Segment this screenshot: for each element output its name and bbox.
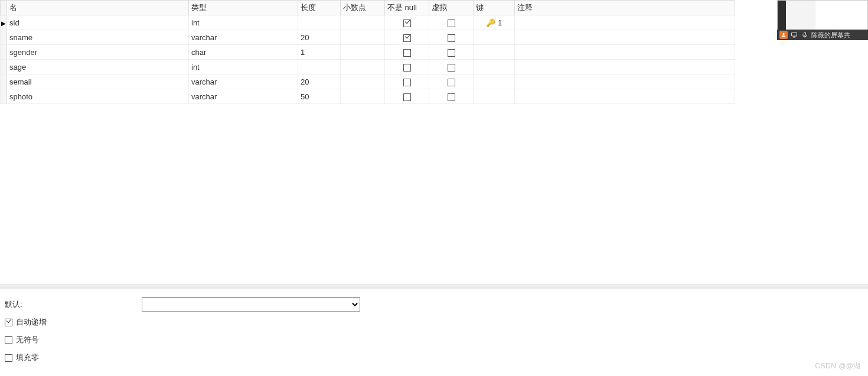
- cell-decimals[interactable]: [341, 30, 385, 45]
- cell-comment[interactable]: [515, 89, 735, 104]
- svg-rect-2: [804, 33, 806, 36]
- share-user-name: 陈薇的屏幕共: [811, 31, 850, 40]
- cell-notnull-checkbox[interactable]: [403, 93, 411, 101]
- cell-key[interactable]: [474, 45, 515, 60]
- header-name[interactable]: 名: [7, 1, 189, 15]
- table-row[interactable]: sageint: [1, 60, 735, 74]
- cell-decimals[interactable]: [341, 45, 385, 60]
- cell-decimals[interactable]: [341, 89, 385, 104]
- table-row[interactable]: semailvarchar20: [1, 74, 735, 89]
- row-marker[interactable]: [1, 45, 7, 60]
- cell-notnull[interactable]: [385, 60, 429, 74]
- cell-virtual-checkbox[interactable]: [448, 49, 455, 57]
- cell-decimals[interactable]: [341, 15, 385, 30]
- cell-virtual-checkbox[interactable]: [448, 79, 455, 86]
- row-marker[interactable]: ▶: [1, 15, 7, 30]
- cell-length[interactable]: 1: [298, 45, 341, 60]
- cell-length[interactable]: [298, 15, 341, 30]
- table-row[interactable]: snamevarchar20: [1, 30, 735, 45]
- cell-virtual-checkbox[interactable]: [448, 20, 455, 27]
- cell-type[interactable]: int: [189, 60, 298, 74]
- cell-length[interactable]: [298, 60, 341, 74]
- cell-length[interactable]: 50: [298, 89, 341, 104]
- header-key[interactable]: 键: [474, 1, 515, 15]
- cell-notnull-checkbox[interactable]: [403, 34, 411, 42]
- table-row[interactable]: ▶sidint🔑1: [1, 15, 735, 30]
- screen-share-toolbar[interactable]: 陈薇的屏幕共: [777, 30, 868, 40]
- cell-notnull[interactable]: [385, 15, 429, 30]
- cell-notnull-checkbox[interactable]: [403, 49, 411, 57]
- unsigned-checkbox[interactable]: [5, 336, 12, 344]
- cell-notnull-checkbox[interactable]: [403, 64, 411, 72]
- cell-virtual[interactable]: [429, 45, 474, 60]
- cell-key[interactable]: [474, 89, 515, 104]
- panel-divider[interactable]: [0, 284, 868, 289]
- cell-name[interactable]: sage: [7, 60, 189, 74]
- table-row[interactable]: sphotovarchar50: [1, 89, 735, 104]
- columns-table: 名 类型 长度 小数点 不是 null 虚拟 键 注释 ▶sidint🔑1sna…: [0, 0, 735, 104]
- cell-virtual-checkbox[interactable]: [448, 64, 455, 72]
- header-length[interactable]: 长度: [298, 1, 341, 15]
- cell-notnull[interactable]: [385, 74, 429, 89]
- cell-type[interactable]: varchar: [189, 89, 298, 104]
- cell-comment[interactable]: [515, 45, 735, 60]
- cell-decimals[interactable]: [341, 74, 385, 89]
- zerofill-checkbox[interactable]: [5, 354, 12, 362]
- cell-key[interactable]: 🔑1: [474, 15, 515, 30]
- header-type[interactable]: 类型: [189, 1, 298, 15]
- field-properties-panel: 默认: 自动递增 无符号 填充零: [5, 296, 863, 367]
- cell-key[interactable]: [474, 74, 515, 89]
- cell-type[interactable]: varchar: [189, 74, 298, 89]
- cell-virtual[interactable]: [429, 89, 474, 104]
- header-virtual[interactable]: 虚拟: [429, 1, 474, 15]
- corner-cell: [1, 1, 7, 15]
- cell-virtual[interactable]: [429, 30, 474, 45]
- user-icon[interactable]: [779, 31, 788, 39]
- cell-key[interactable]: [474, 30, 515, 45]
- cell-name[interactable]: sname: [7, 30, 189, 45]
- mic-icon[interactable]: [801, 31, 809, 39]
- header-decimals[interactable]: 小数点: [341, 1, 385, 15]
- cell-notnull[interactable]: [385, 30, 429, 45]
- row-marker[interactable]: [1, 30, 7, 45]
- cell-notnull[interactable]: [385, 89, 429, 104]
- cell-virtual-checkbox[interactable]: [448, 93, 455, 101]
- cell-virtual[interactable]: [429, 74, 474, 89]
- cell-name[interactable]: semail: [7, 74, 189, 89]
- cell-name[interactable]: sid: [7, 15, 189, 30]
- auto-increment-checkbox[interactable]: [5, 319, 12, 326]
- cell-length[interactable]: 20: [298, 30, 341, 45]
- cell-length[interactable]: 20: [298, 74, 341, 89]
- row-marker[interactable]: [1, 74, 7, 89]
- cell-type[interactable]: int: [189, 15, 298, 30]
- zerofill-label: 填充零: [16, 352, 39, 363]
- cell-name[interactable]: sphoto: [7, 89, 189, 104]
- row-marker[interactable]: [1, 89, 7, 104]
- row-marker[interactable]: [1, 60, 7, 74]
- cell-key[interactable]: [474, 60, 515, 74]
- cell-comment[interactable]: [515, 30, 735, 45]
- cell-comment[interactable]: [515, 60, 735, 74]
- unsigned-label: 无符号: [16, 335, 39, 345]
- cell-decimals[interactable]: [341, 60, 385, 74]
- header-comment[interactable]: 注释: [515, 1, 735, 15]
- header-notnull[interactable]: 不是 null: [385, 1, 429, 15]
- cell-comment[interactable]: [515, 74, 735, 89]
- cell-notnull[interactable]: [385, 45, 429, 60]
- table-row[interactable]: sgenderchar1: [1, 45, 735, 60]
- table-header-row: 名 类型 长度 小数点 不是 null 虚拟 键 注释: [1, 1, 735, 15]
- cell-comment[interactable]: [515, 15, 735, 30]
- cell-notnull-checkbox[interactable]: [403, 20, 411, 27]
- key-number: 1: [498, 18, 502, 27]
- cell-name[interactable]: sgender: [7, 45, 189, 60]
- cell-virtual-checkbox[interactable]: [448, 34, 455, 42]
- cell-virtual[interactable]: [429, 60, 474, 74]
- default-label: 默认:: [5, 299, 142, 310]
- cell-type[interactable]: varchar: [189, 30, 298, 45]
- cell-virtual[interactable]: [429, 15, 474, 30]
- svg-point-0: [782, 33, 784, 35]
- default-select[interactable]: [142, 297, 360, 312]
- cell-type[interactable]: char: [189, 45, 298, 60]
- screen-icon[interactable]: [790, 31, 798, 39]
- cell-notnull-checkbox[interactable]: [403, 79, 411, 86]
